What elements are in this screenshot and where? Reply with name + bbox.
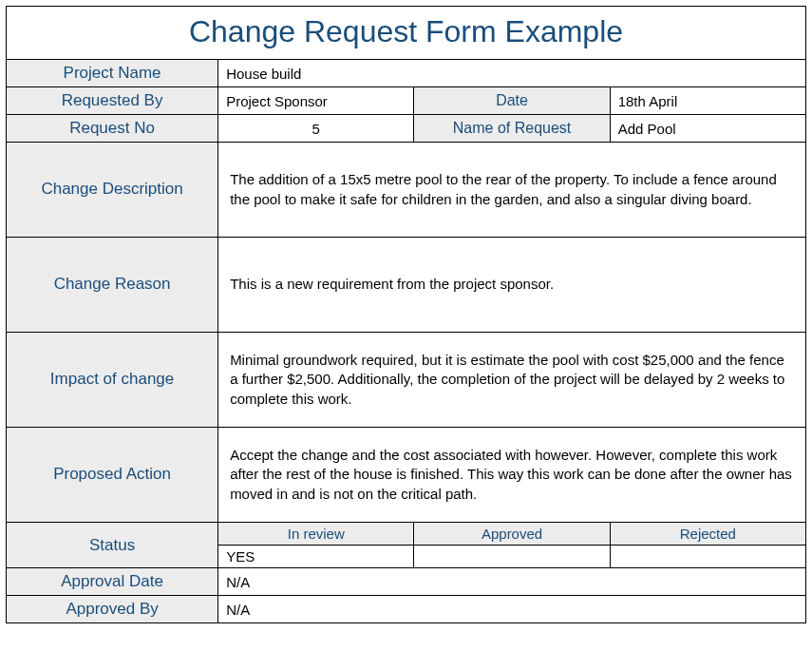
- label-change-reason: Change Reason: [7, 238, 218, 333]
- status-header-rejected: Rejected: [610, 523, 805, 546]
- value-change-description: The addition of a 15x5 metre pool to the…: [218, 143, 806, 238]
- status-value-approved: [414, 546, 610, 568]
- label-date: Date: [414, 87, 610, 115]
- form-title: Change Request Form Example: [7, 7, 806, 60]
- value-impact-of-change: Minimal groundwork required, but it is e…: [218, 333, 806, 428]
- label-requested-by: Requested By: [7, 87, 218, 115]
- value-proposed-action: Accept the change and the cost associate…: [218, 428, 806, 523]
- value-change-reason: This is a new requirement from the proje…: [218, 238, 806, 333]
- status-value-rejected: [610, 546, 805, 568]
- value-request-no: 5: [218, 115, 414, 143]
- value-requested-by: Project Sponsor: [218, 87, 414, 115]
- label-request-no: Request No: [7, 115, 218, 143]
- value-project-name: House build: [218, 60, 806, 87]
- value-name-of-request: Add Pool: [610, 115, 805, 143]
- value-date: 18th April: [610, 87, 805, 115]
- label-name-of-request: Name of Request: [414, 115, 610, 143]
- value-approval-date: N/A: [218, 568, 806, 596]
- label-impact-of-change: Impact of change: [7, 333, 218, 428]
- status-header-in-review: In review: [218, 523, 414, 546]
- status-value-in-review: YES: [218, 546, 414, 568]
- change-request-form: Change Request Form Example Project Name…: [6, 6, 806, 623]
- label-project-name: Project Name: [7, 60, 218, 87]
- value-approved-by: N/A: [218, 596, 806, 623]
- label-approved-by: Approved By: [7, 596, 218, 623]
- label-change-description: Change Description: [7, 143, 218, 238]
- label-status: Status: [7, 523, 218, 568]
- status-header-approved: Approved: [414, 523, 610, 546]
- label-approval-date: Approval Date: [7, 568, 218, 596]
- label-proposed-action: Proposed Action: [7, 428, 218, 523]
